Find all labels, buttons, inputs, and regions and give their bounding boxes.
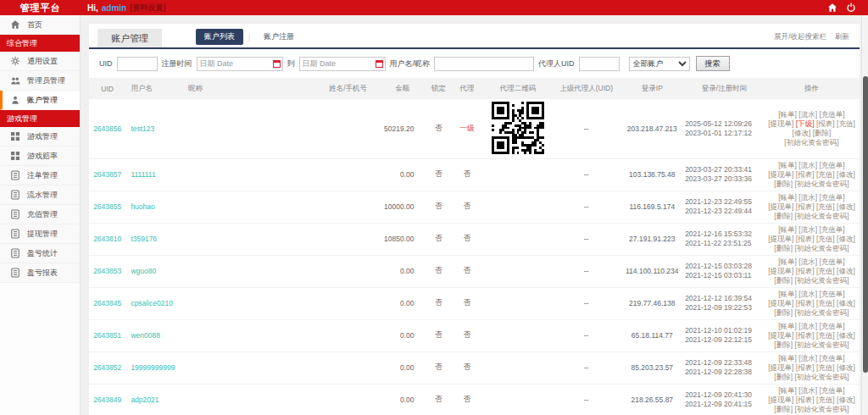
action-link[interactable]: [修改] (837, 363, 855, 372)
action-link[interactable]: [修改] (837, 396, 855, 404)
action-link[interactable]: [初始化资金密码] (794, 340, 849, 349)
action-link[interactable]: [删除] (774, 405, 793, 413)
action-link[interactable]: [流水] (798, 386, 817, 395)
action-link[interactable]: [报表] (796, 396, 815, 404)
action-link[interactable]: [提现单] (768, 331, 793, 340)
uid-link[interactable]: 2643845 (93, 299, 121, 307)
sidebar-item-admin-management[interactable]: 管理员管理 (0, 71, 80, 91)
action-link[interactable]: [提现单] (768, 235, 793, 243)
uid-link[interactable]: 2643857 (93, 170, 121, 179)
action-link[interactable]: [提现单] (768, 267, 793, 275)
action-link[interactable]: [充值] (816, 396, 835, 404)
sidebar-item-bet-orders[interactable]: 注单管理 (0, 166, 80, 185)
date-from-input[interactable] (197, 57, 283, 71)
action-link[interactable]: [流水] (798, 161, 817, 169)
action-link[interactable]: [流水] (798, 110, 817, 119)
username-link[interactable]: cpsalice0210 (131, 299, 173, 307)
action-link[interactable]: [修改] (837, 299, 855, 307)
action-link[interactable]: [报表] (796, 363, 815, 372)
sidebar-item-game-management[interactable]: 游戏管理 (0, 127, 80, 147)
uid-link[interactable]: 2643851 (93, 331, 121, 340)
sidebar-item-profit-report[interactable]: 盈亏报表 (0, 263, 80, 283)
username-link[interactable]: test123 (131, 125, 154, 133)
action-link[interactable]: [提现单] (768, 396, 793, 404)
action-link[interactable]: [充值] (816, 299, 835, 307)
action-link[interactable]: [充值单] (819, 290, 844, 298)
action-link[interactable]: [删除] (774, 276, 793, 285)
sidebar-item-profit-stats[interactable]: 盈亏统计 (0, 244, 80, 263)
sidebar-item-general-settings[interactable]: 通用设置 (0, 52, 80, 71)
action-link[interactable]: [流水] (798, 225, 817, 234)
action-link[interactable]: [充值] (816, 267, 835, 275)
action-link[interactable]: [报表] (796, 170, 815, 179)
tab-account-list[interactable]: 账户列表 (196, 29, 243, 45)
refresh-link[interactable]: 刷新 (835, 32, 849, 42)
username-link[interactable]: huohao (131, 202, 154, 211)
action-link[interactable]: [账单] (778, 386, 797, 395)
action-link[interactable]: [报表] (796, 202, 815, 211)
action-link[interactable]: [初始化资金密码] (794, 244, 849, 252)
username-link[interactable]: adp2021 (131, 396, 159, 404)
username-link[interactable]: wguo80 (131, 267, 156, 275)
action-link[interactable]: [流水] (798, 354, 817, 362)
action-link[interactable]: [流水] (798, 322, 817, 330)
action-link[interactable]: [初始化资金密码] (784, 138, 838, 147)
action-link[interactable]: [提现单] (768, 170, 793, 179)
home-icon[interactable] (827, 3, 837, 13)
calendar-icon[interactable] (376, 60, 383, 68)
action-link[interactable]: [提现单] (768, 202, 793, 211)
action-link[interactable]: [账单] (778, 110, 797, 119)
sidebar-item-home[interactable]: 首页 (0, 15, 80, 35)
action-link[interactable]: [初始化资金密码] (794, 405, 849, 413)
uid-link[interactable]: 2643856 (93, 125, 121, 133)
scrollbar-thumb[interactable] (863, 76, 868, 373)
action-link[interactable]: [初始化资金密码] (794, 373, 849, 381)
action-link[interactable]: [充值单] (819, 354, 844, 362)
action-link[interactable]: [修改] (837, 235, 855, 243)
username-link[interactable]: 1111111 (131, 170, 155, 179)
search-button[interactable]: 搜索 (696, 56, 730, 71)
action-link[interactable]: [账单] (778, 354, 797, 362)
action-link[interactable]: [修改] (793, 129, 811, 137)
action-link[interactable]: [修改] (837, 267, 855, 275)
action-link[interactable]: [删除] (774, 308, 793, 317)
uid-link[interactable]: 2643849 (93, 396, 121, 404)
action-link[interactable]: [充值] (816, 235, 835, 243)
action-link[interactable]: [初始化资金密码] (794, 308, 849, 317)
action-link[interactable]: [初始化资金密码] (794, 212, 849, 220)
action-link[interactable]: [流水] (798, 193, 817, 202)
action-link[interactable]: [删除] (774, 180, 793, 188)
username-link[interactable]: t359176 (131, 235, 157, 243)
uid-input[interactable] (117, 57, 158, 71)
action-link[interactable]: [账单] (778, 161, 797, 169)
uid-link[interactable]: 2643853 (93, 267, 121, 275)
calendar-icon[interactable] (273, 60, 281, 68)
action-link[interactable]: [账单] (778, 322, 797, 330)
action-link[interactable]: [充值单] (819, 257, 844, 266)
action-link[interactable]: [账单] (778, 193, 797, 202)
action-link[interactable]: [删除] (774, 212, 793, 220)
action-link[interactable]: [充值单] (819, 161, 844, 169)
action-link[interactable]: [修改] (837, 331, 855, 340)
action-link[interactable]: [充值单] (819, 193, 844, 202)
action-link[interactable]: [删除] (774, 373, 793, 381)
sidebar-item-account-management[interactable]: 账户管理 (0, 91, 80, 110)
toggle-search-link[interactable]: 展开/收起搜索栏 (774, 32, 826, 42)
action-link[interactable]: [初始化资金密码] (794, 180, 849, 188)
action-link[interactable]: [账单] (778, 290, 797, 298)
action-link[interactable]: [报表] (816, 119, 835, 128)
action-link[interactable]: [修改] (837, 202, 855, 211)
action-link[interactable]: [充值单] (819, 110, 844, 119)
action-link[interactable]: [初始化资金密码] (794, 276, 849, 285)
action-link[interactable]: [修改] (837, 170, 855, 179)
action-link[interactable]: [提现单] (768, 299, 793, 307)
sidebar-item-recharge[interactable]: 充值管理 (0, 205, 80, 224)
action-link[interactable]: [账单] (778, 225, 797, 234)
action-link[interactable]: [充值] (837, 119, 855, 128)
sidebar-item-withdrawal[interactable]: 提现管理 (0, 224, 80, 244)
action-link[interactable]: [充值单] (819, 386, 844, 395)
action-link[interactable]: [充值] (816, 331, 835, 340)
action-link[interactable]: [充值单] (819, 322, 844, 330)
action-link[interactable]: [充值] (816, 202, 835, 211)
username-link[interactable]: 19999999999 (131, 363, 175, 372)
